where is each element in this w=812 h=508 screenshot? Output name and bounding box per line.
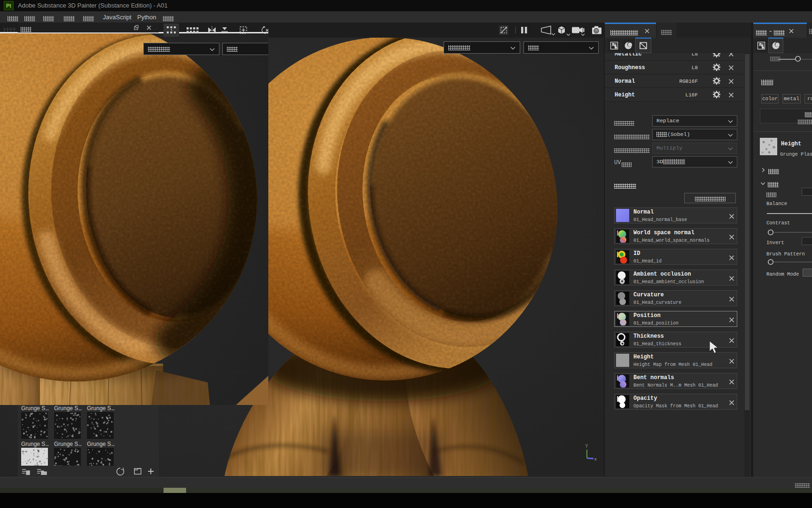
svg-text:x: x (594, 457, 597, 461)
svg-text:Y: Y (585, 444, 588, 449)
